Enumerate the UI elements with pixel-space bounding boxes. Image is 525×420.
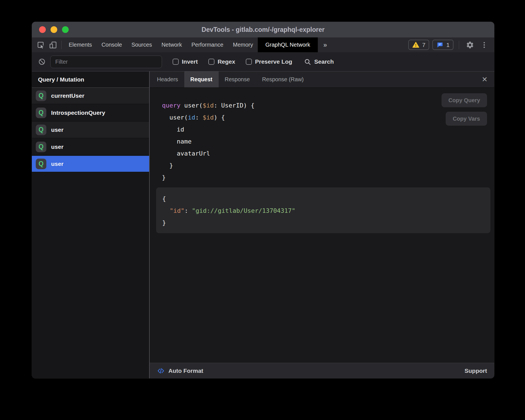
query-item-label: user xyxy=(51,144,63,150)
copy-vars-button[interactable]: Copy Vars xyxy=(446,112,487,126)
tab-graphql-network[interactable]: GraphQL Network xyxy=(258,37,318,52)
query-item-introspectionQuery[interactable]: Q IntrospectionQuery xyxy=(32,105,149,121)
invert-checkbox-group: Invert xyxy=(173,58,198,65)
tab-headers[interactable]: Headers xyxy=(151,71,184,87)
tab-sources[interactable]: Sources xyxy=(127,37,157,52)
more-tabs-icon[interactable]: » xyxy=(318,37,333,52)
traffic-lights xyxy=(39,26,69,33)
maximize-window-button[interactable] xyxy=(62,26,69,33)
warnings-button[interactable]: 7 xyxy=(408,40,429,50)
regex-checkbox[interactable] xyxy=(208,59,214,65)
clear-icon[interactable] xyxy=(38,58,46,66)
close-window-button[interactable] xyxy=(39,26,46,33)
warning-icon xyxy=(412,41,419,49)
issue-count: 1 xyxy=(446,42,450,48)
titlebar: DevTools - gitlab.com/-/graphql-explorer xyxy=(32,22,494,37)
main-area: Query / Mutation Q currentUser Q Introsp… xyxy=(32,71,494,378)
detail-tab-bar: Headers Request Response Response (Raw) … xyxy=(150,71,494,88)
toolbar-divider xyxy=(61,41,62,49)
query-item-label: user xyxy=(51,161,63,167)
graphql-query-code: query user($id: UserID) { user(id: $id) … xyxy=(162,99,254,183)
invert-checkbox[interactable] xyxy=(173,59,179,65)
tab-response[interactable]: Response xyxy=(219,71,256,87)
query-type-badge: Q xyxy=(36,142,46,152)
query-item-label: IntrospectionQuery xyxy=(51,109,105,116)
regex-checkbox-group: Regex xyxy=(208,58,235,65)
detail-footer: Auto Format Support xyxy=(150,363,494,378)
query-item-user-2[interactable]: Q user xyxy=(32,139,149,155)
minimize-window-button[interactable] xyxy=(51,26,57,33)
query-type-badge: Q xyxy=(36,125,46,135)
copy-query-button[interactable]: Copy Query xyxy=(442,93,487,107)
message-icon xyxy=(436,41,443,49)
preserve-log-checkbox[interactable] xyxy=(246,59,252,65)
search-label: Search xyxy=(314,58,334,65)
regex-label: Regex xyxy=(218,58,235,65)
preserve-log-checkbox-group: Preserve Log xyxy=(246,58,292,65)
query-item-currentUser[interactable]: Q currentUser xyxy=(32,88,149,104)
auto-format-icon xyxy=(157,367,165,375)
tab-elements[interactable]: Elements xyxy=(64,37,97,52)
toolbar-right-controls: 7 1 xyxy=(408,37,494,52)
preserve-log-label: Preserve Log xyxy=(255,58,292,65)
settings-gear-icon[interactable] xyxy=(464,41,476,49)
main-toolbar: Elements Console Sources Network Perform… xyxy=(32,37,494,52)
kebab-menu-icon[interactable] xyxy=(479,41,490,49)
auto-format-button[interactable]: Auto Format xyxy=(168,367,203,374)
close-panel-icon[interactable]: ✕ xyxy=(479,71,490,87)
query-item-user-3-selected[interactable]: Q user xyxy=(32,156,149,172)
search-control[interactable]: Search xyxy=(304,58,334,66)
query-variables-box: { "id": "gid://gitlab/User/13704317"} xyxy=(156,187,490,233)
query-list-header: Query / Mutation xyxy=(32,71,149,88)
query-item-label: currentUser xyxy=(51,92,84,99)
query-item-label: user xyxy=(51,127,63,133)
query-type-badge: Q xyxy=(36,90,46,101)
query-type-badge: Q xyxy=(36,159,46,169)
filter-bar: Invert Regex Preserve Log Search xyxy=(32,52,494,71)
filter-input[interactable] xyxy=(50,56,162,68)
tab-network[interactable]: Network xyxy=(157,37,187,52)
tab-response-raw[interactable]: Response (Raw) xyxy=(256,71,310,87)
tab-console[interactable]: Console xyxy=(97,37,127,52)
tab-request[interactable]: Request xyxy=(184,71,219,87)
tab-memory[interactable]: Memory xyxy=(228,37,258,52)
toolbar-divider xyxy=(459,41,459,49)
tab-performance[interactable]: Performance xyxy=(187,37,228,52)
detail-panel: Headers Request Response Response (Raw) … xyxy=(150,71,494,378)
query-list-panel: Query / Mutation Q currentUser Q Introsp… xyxy=(32,71,149,378)
inspect-element-icon[interactable] xyxy=(35,37,47,52)
request-view: query user($id: UserID) { user(id: $id) … xyxy=(150,88,494,363)
device-toolbar-icon[interactable] xyxy=(47,37,59,52)
query-type-badge: Q xyxy=(36,108,46,118)
window-title: DevTools - gitlab.com/-/graphql-explorer xyxy=(202,26,324,34)
invert-label: Invert xyxy=(182,58,198,65)
search-icon xyxy=(304,58,311,66)
warning-count: 7 xyxy=(422,42,426,48)
devtools-window: DevTools - gitlab.com/-/graphql-explorer… xyxy=(32,22,494,378)
support-link[interactable]: Support xyxy=(465,367,487,374)
query-list: Q currentUser Q IntrospectionQuery Q use… xyxy=(32,88,149,173)
query-item-user-1[interactable]: Q user xyxy=(32,122,149,138)
issues-button[interactable]: 1 xyxy=(432,40,454,50)
